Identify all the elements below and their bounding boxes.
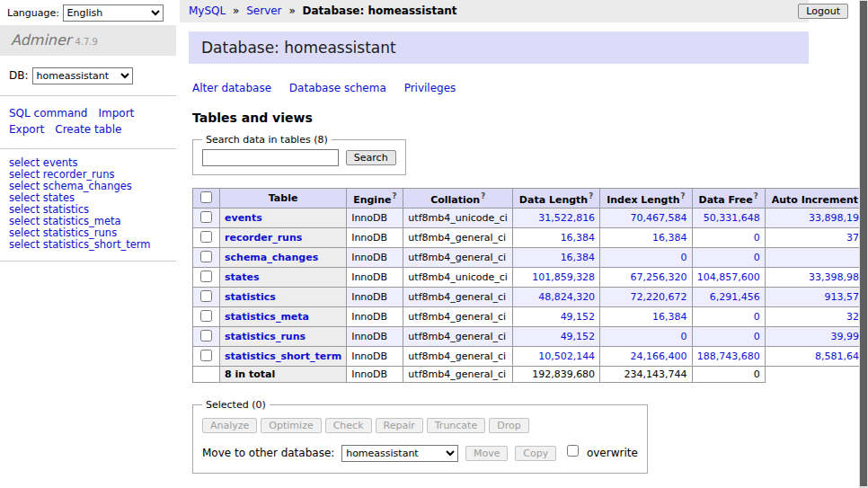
data-free-link[interactable]: 104,857,600 xyxy=(697,271,760,283)
data-free-link[interactable]: 50,331,648 xyxy=(704,212,760,224)
auto-increment-link[interactable]: 8,581,645 xyxy=(815,350,865,362)
language-select[interactable]: English xyxy=(63,4,164,22)
data-length-link[interactable]: 16,384 xyxy=(561,232,596,244)
row-checkbox[interactable] xyxy=(200,330,212,342)
repair-button[interactable]: Repair xyxy=(376,418,423,433)
import-link[interactable]: Import xyxy=(98,107,134,120)
logout-button[interactable]: Logout xyxy=(798,4,848,19)
total-engine-cell: InnoDB xyxy=(347,367,403,383)
select-table-link[interactable]: select statistics xyxy=(9,203,89,216)
data-length-link[interactable]: 49,152 xyxy=(561,311,596,323)
select-all-checkbox[interactable] xyxy=(200,191,212,203)
data-length-link[interactable]: 31,522,816 xyxy=(538,212,595,224)
table-name-cell: statistics_meta xyxy=(220,307,347,327)
index-length-link[interactable]: 67,256,320 xyxy=(631,271,687,283)
table-name-link[interactable]: states xyxy=(225,271,260,283)
index-length-link[interactable]: 16,384 xyxy=(652,232,687,244)
table-row: statistics_short_term InnoDB utf8mb4_gen… xyxy=(193,347,868,367)
column-help-link[interactable]: ? xyxy=(589,191,593,200)
data-length-link[interactable]: 49,152 xyxy=(561,331,596,342)
table-row: statistics InnoDB utf8mb4_general_ci 48,… xyxy=(193,288,868,307)
index-length-link[interactable]: 16,384 xyxy=(652,311,687,323)
row-checkbox[interactable] xyxy=(200,211,212,223)
column-header: Data Length? xyxy=(512,189,599,209)
row-checkbox[interactable] xyxy=(200,251,212,262)
analyze-button[interactable]: Analyze xyxy=(202,418,257,433)
table-row: states InnoDB utf8mb4_unicode_ci 101,859… xyxy=(193,268,868,288)
select-table-link[interactable]: select schema_changes xyxy=(9,180,132,192)
breadcrumb: MySQL » Server » Database: homeassistant xyxy=(180,0,809,22)
auto-increment-cell: 33,898,196 xyxy=(765,209,868,228)
check-button[interactable]: Check xyxy=(325,418,372,433)
table-name-link[interactable]: statistics_runs xyxy=(225,331,306,342)
select-table-link[interactable]: select recorder_runs xyxy=(9,168,114,181)
drop-button[interactable]: Drop xyxy=(489,418,528,433)
app-header: Adminer4.7.9 xyxy=(0,25,176,56)
breadcrumb-mysql-link[interactable]: MySQL xyxy=(189,4,226,17)
table-name-link[interactable]: schema_changes xyxy=(225,252,318,263)
move-db-select[interactable]: homeassistant xyxy=(341,445,458,462)
overwrite-checkbox[interactable] xyxy=(567,445,579,457)
data-free-link[interactable]: 188,743,680 xyxy=(697,350,760,362)
vertical-scrollbar[interactable] xyxy=(859,0,868,488)
collation-cell: utf8mb4_unicode_ci xyxy=(403,209,512,228)
scrollbar-thumb[interactable] xyxy=(860,1,867,486)
data-length-link[interactable]: 48,824,320 xyxy=(538,291,595,303)
database-schema-link[interactable]: Database schema xyxy=(289,82,386,94)
search-button[interactable]: Search xyxy=(346,150,396,165)
column-help-link[interactable]: ? xyxy=(754,191,758,200)
select-table-link[interactable]: select states xyxy=(9,191,75,204)
alter-database-link[interactable]: Alter database xyxy=(192,82,271,94)
move-button[interactable]: Move xyxy=(465,446,509,461)
column-help-link[interactable]: ? xyxy=(681,191,686,200)
sql-command-link[interactable]: SQL command xyxy=(9,107,87,120)
db-select[interactable]: homeassistant xyxy=(32,67,133,84)
index-length-link[interactable]: 0 xyxy=(681,331,687,342)
data-free-cell: 104,857,600 xyxy=(692,268,765,288)
data-free-link[interactable]: 6,291,456 xyxy=(710,291,760,303)
data-free-link[interactable]: 0 xyxy=(754,311,760,323)
table-name-link[interactable]: recorder_runs xyxy=(225,232,302,244)
table-name-link[interactable]: statistics xyxy=(225,291,276,303)
table-name-link[interactable]: statistics_meta xyxy=(225,311,309,323)
search-input[interactable] xyxy=(202,149,339,166)
select-table-link[interactable]: select statistics_runs xyxy=(9,226,117,239)
select-table-link[interactable]: select statistics_meta xyxy=(9,215,121,227)
breadcrumb-server-link[interactable]: Server xyxy=(246,4,281,17)
row-checkbox[interactable] xyxy=(200,310,212,322)
select-table-link[interactable]: select events xyxy=(9,156,78,169)
row-checkbox[interactable] xyxy=(200,271,212,282)
row-checkbox[interactable] xyxy=(200,231,212,243)
data-length-link[interactable]: 10,502,144 xyxy=(538,350,595,362)
column-header: Data Free? xyxy=(692,189,765,209)
engine-cell: InnoDB xyxy=(347,288,403,307)
data-free-link[interactable]: 0 xyxy=(754,252,760,263)
index-length-link[interactable]: 72,220,672 xyxy=(631,291,687,303)
create-table-sidebar-link[interactable]: Create table xyxy=(55,123,121,136)
auto-increment-link[interactable]: 33,898,196 xyxy=(809,212,865,224)
truncate-button[interactable]: Truncate xyxy=(427,418,485,433)
index-length-link[interactable]: 70,467,584 xyxy=(631,212,687,224)
table-name-link[interactable]: events xyxy=(225,212,262,224)
adminer-logo-link[interactable]: Adminer xyxy=(11,31,71,49)
select-table-link[interactable]: select statistics_short_term xyxy=(9,238,150,251)
auto-increment-link[interactable]: 33,398,984 xyxy=(809,271,865,283)
data-free-link[interactable]: 0 xyxy=(754,331,760,342)
export-link[interactable]: Export xyxy=(9,123,44,136)
data-length-link[interactable]: 101,859,328 xyxy=(532,271,595,283)
table-row: statistics_runs InnoDB utf8mb4_general_c… xyxy=(193,327,868,347)
index-length-link[interactable]: 24,166,400 xyxy=(631,350,687,362)
table-name-link[interactable]: statistics_short_term xyxy=(225,350,341,362)
column-help-link[interactable]: ? xyxy=(481,191,485,200)
row-checkbox[interactable] xyxy=(200,290,212,302)
index-length-link[interactable]: 0 xyxy=(681,252,687,263)
data-length-link[interactable]: 16,384 xyxy=(561,252,596,263)
copy-button[interactable]: Copy xyxy=(515,446,556,461)
selected-buttons-row: AnalyzeOptimizeCheckRepairTruncateDrop xyxy=(202,418,638,433)
privileges-link[interactable]: Privileges xyxy=(404,82,456,94)
move-label: Move to other database: xyxy=(202,447,334,459)
row-checkbox[interactable] xyxy=(200,350,212,361)
column-help-link[interactable]: ? xyxy=(392,191,396,200)
optimize-button[interactable]: Optimize xyxy=(261,418,321,433)
data-free-link[interactable]: 0 xyxy=(754,232,760,244)
